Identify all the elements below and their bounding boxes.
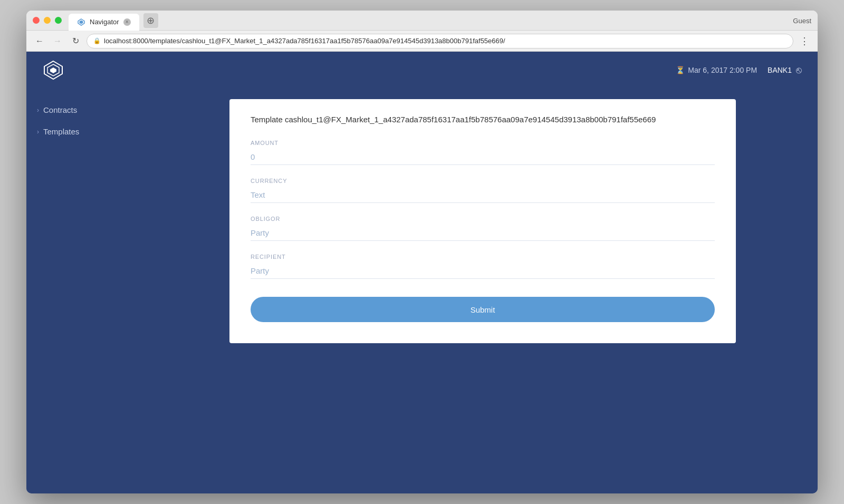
sidebar-item-contracts[interactable]: › Contracts <box>26 99 148 121</box>
url-text: localhost:8000/templates/cashlou_t1@FX_M… <box>104 37 787 45</box>
currency-field: CURRENCY <box>251 178 715 203</box>
main-content: › Contracts › Templates Template cashlou… <box>26 89 818 493</box>
app-header: ⏳ Mar 6, 2017 2:00 PM BANK1 ⎋ <box>26 52 818 89</box>
app-container: ⏳ Mar 6, 2017 2:00 PM BANK1 ⎋ › Contract… <box>26 52 818 493</box>
recipient-label: RECIPIENT <box>251 254 715 260</box>
obligor-field: OBLIGOR <box>251 216 715 241</box>
browser-menu-button[interactable]: ⋮ <box>798 34 811 48</box>
svg-marker-1 <box>80 20 83 24</box>
sidebar: › Contracts › Templates <box>26 89 148 493</box>
browser-toolbar: ← → ↻ 🔒 localhost:8000/templates/cashlou… <box>26 31 818 52</box>
clock-icon: ⏳ <box>676 66 685 74</box>
content-area: Template cashlou_t1@FX_Market_1_a4327ada… <box>148 89 818 493</box>
amount-label: AMOUNT <box>251 140 715 146</box>
tab-close-button[interactable]: × <box>123 18 131 26</box>
header-user: BANK1 ⎋ <box>768 65 802 76</box>
recipient-field: RECIPIENT <box>251 254 715 279</box>
header-right: ⏳ Mar 6, 2017 2:00 PM BANK1 ⎋ <box>676 65 802 76</box>
maximize-window-button[interactable] <box>55 17 62 24</box>
guest-label: Guest <box>793 16 811 24</box>
sidebar-item-label: Contracts <box>43 105 77 114</box>
currency-label: CURRENCY <box>251 178 715 184</box>
tab-icon <box>77 18 85 26</box>
new-tab-button[interactable]: ⊕ <box>143 13 158 28</box>
back-button[interactable]: ← <box>33 34 46 48</box>
minimize-window-button[interactable] <box>44 17 51 24</box>
amount-input[interactable] <box>251 149 715 165</box>
svg-marker-4 <box>50 67 56 73</box>
form-card: Template cashlou_t1@FX_Market_1_a4327ada… <box>229 99 736 343</box>
titlebar: Navigator × ⊕ Guest <box>26 11 818 31</box>
currency-input[interactable] <box>251 187 715 203</box>
lock-icon: 🔒 <box>93 37 101 44</box>
obligor-input[interactable] <box>251 225 715 241</box>
submit-button[interactable]: Submit <box>251 297 715 322</box>
form-title: Template cashlou_t1@FX_Market_1_a4327ada… <box>251 115 715 124</box>
username-text: BANK1 <box>768 66 792 74</box>
chevron-right-icon: › <box>37 106 39 114</box>
address-bar[interactable]: 🔒 localhost:8000/templates/cashlou_t1@FX… <box>87 34 793 49</box>
forward-button[interactable]: → <box>51 34 64 48</box>
amount-field: AMOUNT <box>251 140 715 165</box>
header-timestamp: ⏳ Mar 6, 2017 2:00 PM <box>676 66 757 74</box>
tab-label: Navigator <box>90 18 119 26</box>
refresh-button[interactable]: ↻ <box>69 34 82 48</box>
traffic-lights <box>33 17 62 24</box>
tab-bar: Navigator × ⊕ <box>69 11 158 30</box>
sidebar-item-label: Templates <box>43 127 79 136</box>
chevron-right-icon: › <box>37 128 39 135</box>
app-logo <box>42 59 64 81</box>
recipient-input[interactable] <box>251 263 715 279</box>
timestamp-text: Mar 6, 2017 2:00 PM <box>688 66 757 74</box>
close-window-button[interactable] <box>33 17 40 24</box>
obligor-label: OBLIGOR <box>251 216 715 222</box>
logout-icon[interactable]: ⎋ <box>796 65 802 76</box>
active-tab[interactable]: Navigator × <box>69 14 139 31</box>
sidebar-item-templates[interactable]: › Templates <box>26 121 148 142</box>
